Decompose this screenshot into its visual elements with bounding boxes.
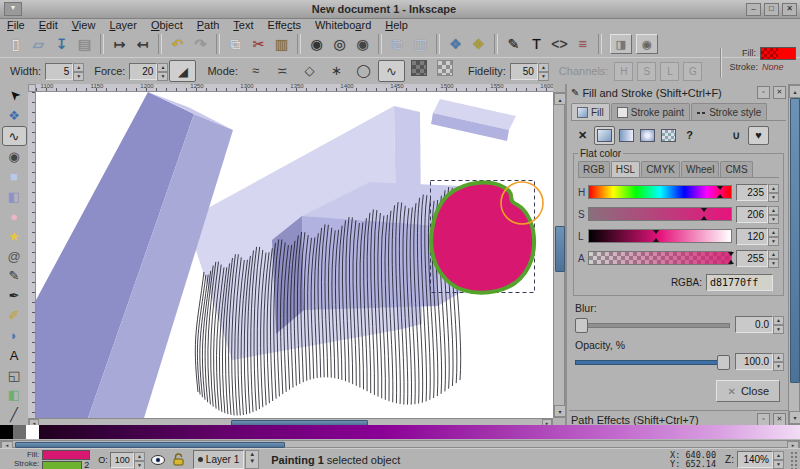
slider-h[interactable] xyxy=(588,185,732,199)
text-tool[interactable]: A xyxy=(3,346,26,365)
cut-icon[interactable]: ✂ xyxy=(247,33,270,55)
clone-icon[interactable]: ◫ xyxy=(409,33,432,55)
tab-fill[interactable]: Fill xyxy=(571,103,610,120)
paste-icon[interactable]: ▥ xyxy=(270,33,293,55)
resize-grip[interactable] xyxy=(790,451,798,469)
menu-help[interactable]: Help xyxy=(378,19,415,31)
palette-swatch[interactable] xyxy=(26,425,39,439)
radial-gradient-button[interactable] xyxy=(638,127,657,144)
spin-arrows[interactable] xyxy=(768,184,779,201)
menu-layer[interactable]: Layer xyxy=(102,19,144,31)
mode-move-icon[interactable]: ≈ xyxy=(243,60,268,80)
slider-spinner-l[interactable]: 120 xyxy=(736,228,779,245)
menu-effects[interactable]: Effects xyxy=(261,19,308,31)
paint-color-icon[interactable] xyxy=(411,60,427,76)
dropper-tool[interactable]: ╱ xyxy=(3,405,26,424)
connector-tool[interactable]: ◱ xyxy=(3,366,26,385)
fill-rule-evenodd-button[interactable]: ∪ xyxy=(727,127,746,144)
window-menu-button[interactable] xyxy=(4,2,22,16)
calligraphy-tool[interactable]: ✐ xyxy=(3,306,26,325)
open-document-icon[interactable]: ▱ xyxy=(27,33,50,55)
colortab-cmyk[interactable]: CMYK xyxy=(641,161,680,177)
layer-lock-icon[interactable] xyxy=(171,452,187,468)
flat-color-button[interactable] xyxy=(594,126,615,145)
horizontal-ruler[interactable]: 1100115012001250130013501400145015001550… xyxy=(36,84,553,92)
spin-down-arrow[interactable] xyxy=(768,215,779,224)
layer-visibility-icon[interactable] xyxy=(150,452,166,468)
canvas-vertical-scrollbar[interactable]: ▴ ▾ xyxy=(553,92,565,418)
spin-down-arrow[interactable] xyxy=(768,193,779,202)
spin-up-arrow[interactable] xyxy=(768,250,779,259)
spin-up-arrow[interactable] xyxy=(768,206,779,215)
menu-view[interactable]: View xyxy=(65,19,103,31)
sb-fill-swatch[interactable] xyxy=(42,450,90,460)
menu-object[interactable]: Object xyxy=(144,19,190,31)
slider-spinner-h[interactable]: 235 xyxy=(736,184,779,201)
palette-gradient[interactable] xyxy=(39,425,800,439)
undo-icon[interactable]: ↶ xyxy=(166,33,189,55)
maximize-button[interactable] xyxy=(764,3,779,16)
spin-down-arrow[interactable] xyxy=(768,259,779,268)
dock-scrollbar[interactable]: ▴ ▾ xyxy=(788,84,800,425)
close-button[interactable] xyxy=(782,3,797,16)
mode-move-inout-icon[interactable]: ≍ xyxy=(270,60,295,80)
slider-s[interactable] xyxy=(588,207,732,221)
text-dialog-icon[interactable]: T xyxy=(525,33,548,55)
blur-slider[interactable] xyxy=(575,318,730,331)
menu-file[interactable]: File xyxy=(0,19,32,31)
spin-arrows[interactable] xyxy=(768,228,779,245)
spin-arrows[interactable] xyxy=(768,250,779,267)
pen-tool[interactable]: ✒ xyxy=(3,286,26,305)
tab-stroke-paint[interactable]: Stroke paint xyxy=(611,103,690,120)
new-document-icon[interactable]: ▯ xyxy=(4,33,27,55)
opacity-spinner[interactable]: 100.0 xyxy=(735,353,784,370)
fill-stroke-dialog-icon[interactable]: ✎ xyxy=(502,33,525,55)
sb-stroke-swatch[interactable] xyxy=(42,461,82,469)
save-document-icon[interactable]: ↧ xyxy=(50,33,73,55)
select-original-icon[interactable]: ❖ xyxy=(467,33,490,55)
jitter-color-icon[interactable] xyxy=(437,60,453,76)
fill-indicator-swatch[interactable] xyxy=(760,47,796,60)
dialog-close-button[interactable]: ✕ Close xyxy=(716,380,780,402)
fidelity-spinner[interactable]: 50 xyxy=(510,63,549,80)
find-icon[interactable]: ◉ xyxy=(636,34,658,54)
colortab-cms[interactable]: CMS xyxy=(720,161,752,177)
colortab-hsl[interactable]: HSL xyxy=(611,161,640,177)
spin-up-arrow[interactable] xyxy=(768,184,779,193)
palette-swatch[interactable] xyxy=(13,425,26,439)
fill-rule-nonzero-button[interactable]: ♥ xyxy=(748,126,769,145)
swatches-dialog-icon[interactable]: ◨ xyxy=(610,34,632,54)
slider-l[interactable] xyxy=(588,229,732,243)
layer-selector-spinner[interactable]: ▲▼ xyxy=(245,450,259,469)
menu-whiteboard[interactable]: Whiteboard xyxy=(308,19,378,31)
opacity-slider[interactable] xyxy=(575,355,730,368)
panel-close-button[interactable]: ✕ xyxy=(773,86,786,99)
canvas[interactable] xyxy=(36,92,553,418)
zoom-selection-icon[interactable]: ◉ xyxy=(305,33,328,55)
panel-float-button[interactable]: ▫ xyxy=(757,86,770,99)
force-spinner[interactable]: 20 xyxy=(129,63,168,80)
spin-arrows[interactable] xyxy=(768,206,779,223)
panel-close-button[interactable]: ✕ xyxy=(773,413,786,425)
paintbucket-tool[interactable]: ◗ xyxy=(3,326,26,345)
no-paint-button[interactable]: ✕ xyxy=(573,127,592,144)
gradient-tool[interactable]: ◧ xyxy=(3,385,26,404)
redo-icon[interactable]: ↷ xyxy=(189,33,212,55)
mode-scale-icon[interactable]: ∗ xyxy=(324,60,349,80)
mode-rotate-icon[interactable]: ◯ xyxy=(351,60,376,80)
tab-stroke-style[interactable]: Stroke style xyxy=(691,103,767,120)
star-tool[interactable]: ★ xyxy=(3,227,26,246)
rgba-input[interactable]: d81770ff xyxy=(706,274,773,291)
linear-gradient-button[interactable] xyxy=(617,127,636,144)
slider-spinner-a[interactable]: 255 xyxy=(736,250,779,267)
use-pressure-button[interactable]: ◢ xyxy=(169,60,196,82)
print-icon[interactable]: ▤ xyxy=(73,33,96,55)
zoom-tool[interactable]: ◉ xyxy=(3,147,26,166)
unknown-paint-button[interactable]: ? xyxy=(680,127,699,144)
pattern-button[interactable] xyxy=(659,127,678,144)
selected-blob-shape[interactable] xyxy=(431,182,534,292)
colortab-rgb[interactable]: RGB xyxy=(578,161,610,177)
pencil-tool[interactable]: ✎ xyxy=(3,266,26,285)
spiral-tool[interactable]: @ xyxy=(3,247,26,266)
mode-jitter-icon[interactable]: ◇ xyxy=(297,60,322,80)
